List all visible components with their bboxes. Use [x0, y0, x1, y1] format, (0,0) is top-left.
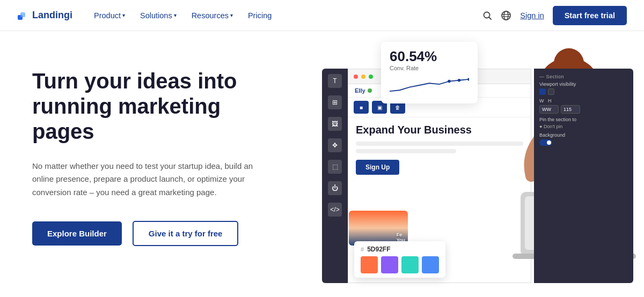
tool-move[interactable]: ✥	[328, 138, 342, 152]
logo[interactable]: Landingi	[17, 10, 72, 21]
tool-image[interactable]: 🖼	[328, 117, 342, 131]
hash-symbol: #	[361, 246, 364, 253]
nav-product-label: Product	[94, 11, 121, 20]
search-icon	[482, 11, 492, 20]
conv-rate-label: Conv. Rate	[390, 65, 469, 71]
logo-icon	[17, 10, 29, 21]
hero-left: Turn your ideas into running marketing p…	[32, 31, 311, 246]
dot-green	[369, 75, 373, 79]
nav-resources-label: Resources	[192, 11, 229, 20]
color-palette-card: # 5D92FF	[354, 241, 445, 278]
logo-text: Landingi	[32, 10, 72, 21]
rp-pin-label: Pin the section to	[539, 117, 628, 122]
rp-bg-label: Background	[539, 132, 628, 138]
globe-icon	[501, 10, 511, 21]
svg-point-5	[504, 11, 508, 20]
swatch-teal[interactable]	[401, 256, 419, 273]
sunset-card: FeYou	[349, 211, 408, 246]
search-button[interactable]	[482, 11, 492, 20]
dot-red	[354, 75, 358, 79]
tool-text[interactable]: T	[328, 74, 342, 88]
nav-resources-chevron: ▾	[230, 12, 233, 18]
rp-bg-toggle[interactable]	[539, 139, 552, 146]
editor-content: Expand Your Business Sign Up	[348, 117, 531, 181]
editor-sidebar: T ⊞ 🖼 ✥ ⬚ ⏻ </>	[322, 69, 348, 283]
swatch-purple[interactable]	[381, 256, 398, 273]
nav-links: Product ▾ Solutions ▾ Resources ▾ Pricin…	[87, 8, 482, 23]
rp-size-label: W H	[539, 98, 628, 103]
rp-height-input[interactable]	[561, 105, 580, 114]
tool-layout[interactable]: ⊞	[328, 95, 342, 109]
right-panel: — Section Viewport visibility W H Pin th…	[534, 69, 633, 283]
explore-builder-button[interactable]: Explore Builder	[32, 221, 122, 246]
signin-button[interactable]: Sign in	[520, 11, 544, 20]
conv-chart	[390, 76, 469, 95]
hero-buttons: Explore Builder Give it a try for free	[32, 221, 311, 246]
rp-bg-row	[539, 139, 628, 146]
swatch-blue[interactable]	[422, 256, 439, 273]
nav-pricing-label: Pricing	[248, 11, 272, 20]
color-hash-row: # 5D92FF	[361, 246, 439, 253]
color-hex-value: 5D92FF	[367, 246, 390, 253]
dot-yellow	[361, 75, 365, 79]
tool-frame[interactable]: ⬚	[328, 160, 342, 174]
signup-button[interactable]: Sign Up	[356, 160, 399, 175]
toolbar-btn-1[interactable]: ■	[354, 101, 369, 114]
editor-line-1	[356, 142, 523, 146]
svg-point-8	[448, 80, 451, 83]
nav-right: Sign in Start free trial	[482, 6, 627, 25]
rp-width-input[interactable]	[539, 105, 559, 114]
tool-power[interactable]: ⏻	[328, 181, 342, 195]
illustration: 60.54% Conv. Rate T ⊞	[322, 36, 633, 294]
expand-heading: Expand Your Business	[356, 124, 523, 136]
tool-code[interactable]: </>	[328, 203, 342, 217]
nav-item-resources[interactable]: Resources ▾	[185, 8, 239, 23]
conv-rate-value: 60.54%	[390, 48, 469, 65]
start-trial-button[interactable]: Start free trial	[553, 6, 627, 25]
svg-point-9	[458, 79, 461, 82]
globe-button[interactable]	[501, 10, 511, 21]
rp-dont-pin: ● Don't pin	[539, 124, 562, 129]
swatch-orange[interactable]	[361, 256, 378, 273]
conversion-rate-card: 60.54% Conv. Rate	[381, 42, 478, 103]
nav-solutions-chevron: ▾	[174, 12, 177, 18]
rp-viewport-label: Viewport visibility	[539, 81, 628, 87]
rp-pin-row: ● Don't pin	[539, 124, 628, 129]
hero-heading: Turn your ideas into running marketing p…	[32, 69, 268, 145]
svg-rect-1	[20, 12, 25, 17]
nav-item-pricing[interactable]: Pricing	[241, 8, 278, 23]
rp-vis-icon	[539, 88, 546, 95]
navbar: Landingi Product ▾ Solutions ▾ Resources…	[0, 0, 644, 31]
nav-product-chevron: ▾	[122, 12, 125, 18]
editor-line-2	[356, 149, 456, 153]
hero-description: No matter whether you need to test your …	[32, 160, 263, 199]
svg-point-4	[502, 11, 510, 20]
nav-item-solutions[interactable]: Solutions ▾	[134, 8, 183, 23]
try-free-button[interactable]: Give it a try for free	[133, 221, 239, 246]
rp-section-label: — Section	[539, 74, 628, 79]
svg-line-3	[489, 17, 492, 19]
svg-point-10	[467, 78, 469, 81]
rp-size-row	[539, 105, 628, 114]
nav-item-product[interactable]: Product ▾	[87, 8, 131, 23]
rp-visibility-row	[539, 88, 628, 95]
hero-right: 60.54% Conv. Rate T ⊞	[311, 31, 612, 297]
rp-vis-icon2	[548, 88, 554, 95]
nav-solutions-label: Solutions	[140, 11, 172, 20]
color-swatches	[361, 256, 439, 273]
online-indicator	[368, 88, 372, 93]
svg-point-2	[484, 12, 490, 18]
hero-section: Turn your ideas into running marketing p…	[0, 31, 644, 297]
